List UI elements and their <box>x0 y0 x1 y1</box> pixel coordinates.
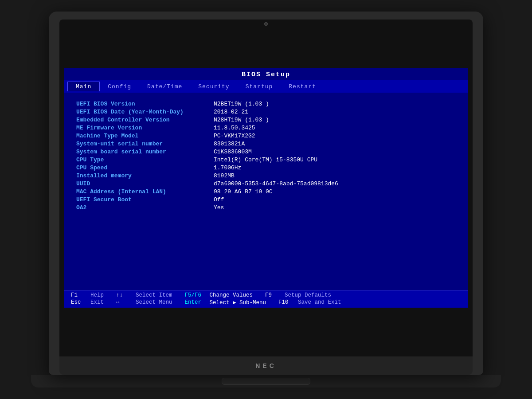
nec-logo: NEC <box>255 362 277 369</box>
help-key-arrows-ud: ↑↓ <box>116 292 133 298</box>
table-row: Embedded Controller Version N28HT19W (1.… <box>76 117 456 123</box>
bios-label-mac: MAC Address (Internal LAN) <box>76 188 214 195</box>
table-row: Installed memory 8192MB <box>76 172 456 179</box>
bios-value-secure-boot: Off <box>214 196 224 203</box>
bios-value-mac: 98 29 A6 B7 19 0C <box>214 188 273 195</box>
help-desc-exit: Exit <box>90 299 104 305</box>
bios-value-machine-type: PC-VKM17X2G2 <box>214 133 255 139</box>
help-key-f10: F10 <box>278 299 295 305</box>
bios-value-cpu-speed: 1.700GHz <box>214 164 241 171</box>
bios-value-uuid: d7a60000-5353-4647-8abd-75ad09813de6 <box>214 180 338 187</box>
bios-tabs: Main Config Date/Time Security Startup R… <box>64 80 468 93</box>
help-key-f1: F1 <box>71 292 88 298</box>
tab-config[interactable]: Config <box>100 82 139 91</box>
bios-value-cpu-type: Intel(R) Core(TM) i5-8350U CPU <box>214 156 317 163</box>
bios-value-board-serial: C1KS836003M <box>214 149 252 155</box>
bios-label-uuid: UUID <box>76 180 214 187</box>
camera-dot <box>264 22 268 26</box>
bios-label-oa2: OA2 <box>76 204 214 211</box>
table-row: ME Firmware Version 11.8.50.3425 <box>76 125 456 131</box>
help-key-esc: Esc <box>71 299 88 305</box>
help-desc-select-menu: Select Menu <box>136 299 172 305</box>
trackpad <box>222 378 310 385</box>
table-row: OA2 Yes <box>76 204 456 211</box>
help-key-enter: Enter <box>185 299 207 305</box>
help-desc-help: Help <box>90 292 104 298</box>
bios-label-uefi-date: UEFI BIOS Date (Year-Month-Day) <box>76 109 214 115</box>
table-row: CPU Speed 1.700GHz <box>76 164 456 171</box>
bios-label-secure-boot: UEFI Secure Boot <box>76 196 214 203</box>
bios-value-uefi-version: N2BET19W (1.03 ) <box>214 101 269 107</box>
table-row: System-unit serial number 83013821A <box>76 141 456 147</box>
bios-value-uefi-date: 2018-02-21 <box>214 109 248 115</box>
bios-label-cpu-type: CPU Type <box>76 156 214 163</box>
table-row: UEFI BIOS Date (Year-Month-Day) 2018-02-… <box>76 109 456 115</box>
help-key-f5f6: F5/F6 <box>185 292 207 298</box>
laptop-outer: BIOS Setup Main Config Date/Time Securit… <box>49 12 483 375</box>
help-desc-select-item: Select Item <box>136 292 172 298</box>
tab-startup[interactable]: Startup <box>238 82 281 91</box>
bios-help-bar: F1 Help ↑↓ Select Item F5/F6 Change Valu… <box>64 290 468 308</box>
bios-label-board-serial: System board serial number <box>76 149 214 155</box>
table-row: System board serial number C1KS836003M <box>76 149 456 155</box>
bios-value-unit-serial: 83013821A <box>214 141 245 147</box>
table-row: UEFI Secure Boot Off <box>76 196 456 203</box>
bios-label-cpu-speed: CPU Speed <box>76 164 214 171</box>
bios-value-me-firmware: 11.8.50.3425 <box>214 125 255 131</box>
bios-value-ec-version: N28HT19W (1.03 ) <box>214 117 269 123</box>
tab-main[interactable]: Main <box>67 82 100 91</box>
bios-title: BIOS Setup <box>64 68 468 80</box>
help-row-2: Esc Exit ↔ Select Menu Enter Select ▶ Su… <box>71 299 461 306</box>
bios-label-memory: Installed memory <box>76 172 214 179</box>
screen: BIOS Setup Main Config Date/Time Securit… <box>64 68 468 308</box>
help-desc-change-values: Change Values <box>210 292 253 298</box>
bios-content: BIOS Setup Main Config Date/Time Securit… <box>64 68 468 308</box>
bios-label-uefi-version: UEFI BIOS Version <box>76 101 214 107</box>
bios-label-me-firmware: ME Firmware Version <box>76 125 214 131</box>
help-desc-save-exit: Save and Exit <box>298 299 341 305</box>
help-key-arrows-lr: ↔ <box>116 299 133 305</box>
help-desc-sub-menu: Select ▶ Sub-Menu <box>210 299 266 306</box>
bios-value-oa2: Yes <box>214 204 224 211</box>
tab-datetime[interactable]: Date/Time <box>139 82 190 91</box>
bios-label-machine-type: Machine Type Model <box>76 133 214 139</box>
tab-restart[interactable]: Restart <box>281 82 324 91</box>
screen-bezel: BIOS Setup Main Config Date/Time Securit… <box>59 20 473 356</box>
tab-security[interactable]: Security <box>190 82 237 91</box>
bios-label-ec-version: Embedded Controller Version <box>76 117 214 123</box>
laptop-base <box>31 375 501 387</box>
table-row: CPU Type Intel(R) Core(TM) i5-8350U CPU <box>76 156 456 163</box>
table-row: MAC Address (Internal LAN) 98 29 A6 B7 1… <box>76 188 456 195</box>
bios-label-unit-serial: System-unit serial number <box>76 141 214 147</box>
table-row: Machine Type Model PC-VKM17X2G2 <box>76 133 456 139</box>
table-row: UUID d7a60000-5353-4647-8abd-75ad09813de… <box>76 180 456 187</box>
bios-value-memory: 8192MB <box>214 172 235 179</box>
help-key-f9: F9 <box>265 292 282 298</box>
help-desc-setup-defaults: Setup Defaults <box>285 292 331 298</box>
help-row-1: F1 Help ↑↓ Select Item F5/F6 Change Valu… <box>71 292 461 298</box>
laptop-bottom: NEC <box>59 356 473 375</box>
bios-main: UEFI BIOS Version N2BET19W (1.03 ) UEFI … <box>64 93 468 290</box>
table-row: UEFI BIOS Version N2BET19W (1.03 ) <box>76 101 456 107</box>
